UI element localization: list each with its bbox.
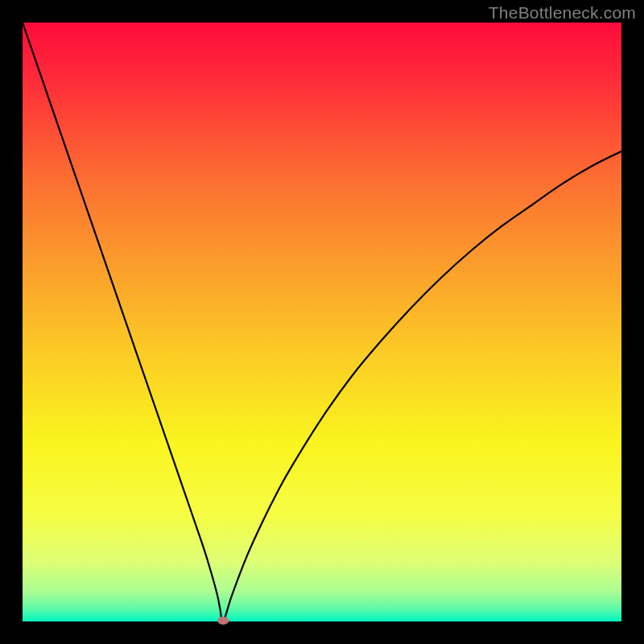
bottleneck-chart: [0, 0, 644, 644]
optimal-point-marker: [217, 617, 229, 625]
chart-frame: TheBottleneck.com: [0, 0, 644, 644]
gradient-background: [23, 23, 621, 621]
watermark-text: TheBottleneck.com: [489, 3, 636, 23]
